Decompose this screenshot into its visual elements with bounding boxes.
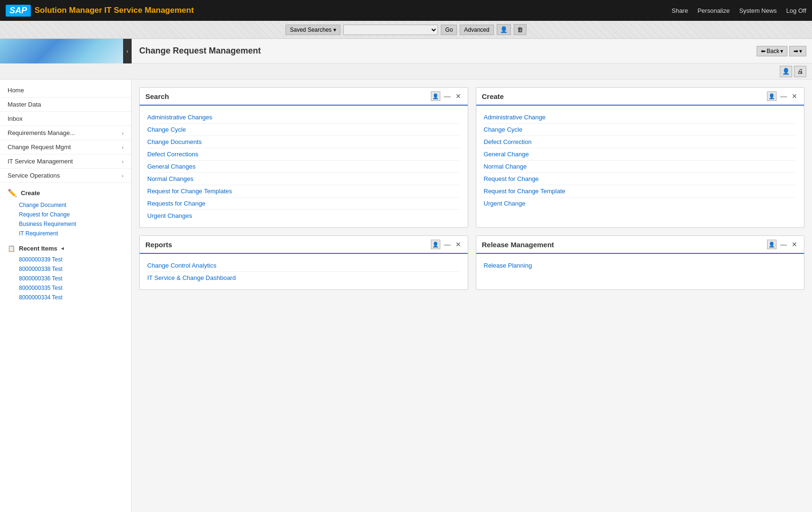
create-widget: Create 👤 — ✕ Administrative ChangeChange… <box>476 87 805 228</box>
sidebar-nav-item-1[interactable]: Master Data <box>0 98 131 112</box>
create-widget-body-link-3[interactable]: General Change <box>484 148 797 161</box>
content-area: Search 👤 — ✕ Administrative ChangesChang… <box>132 80 812 512</box>
nav-buttons: ⬅ Back ▾ ➡ ▾ <box>757 46 812 56</box>
search-widget-controls: 👤 — ✕ <box>431 91 462 101</box>
nav-arrow-icon: › <box>122 159 124 164</box>
trash-icon-button[interactable]: 🗑 <box>514 24 526 35</box>
reports-widget-body-link-1[interactable]: IT Service & Change Dashboard <box>147 272 460 284</box>
sidebar-nav-item-4[interactable]: Change Request Mgmt› <box>0 140 131 154</box>
release-widget-close[interactable]: ✕ <box>791 241 798 248</box>
search-widget-body: Administrative ChangesChange CycleChange… <box>140 106 468 227</box>
sidebar-nav-item-3[interactable]: Requirements Manage...› <box>0 126 131 140</box>
search-widget-body-link-4[interactable]: General Changes <box>147 161 460 173</box>
sidebar-nav-item-5[interactable]: IT Service Management› <box>0 154 131 169</box>
sidebar-nav-item-0[interactable]: Home <box>0 83 131 98</box>
search-widget-body-link-5[interactable]: Normal Changes <box>147 173 460 185</box>
sidebar-create-link-2[interactable]: Business Requirement <box>8 219 124 229</box>
create-widget-body-link-4[interactable]: Normal Change <box>484 161 797 173</box>
release-widget-header: Release Management 👤 — ✕ <box>476 236 804 254</box>
release-widget-body-link-0[interactable]: Release Planning <box>484 260 797 271</box>
sidebar-recent-link-0[interactable]: 8000000339 Test <box>8 255 124 264</box>
log-off-link[interactable]: Log Off <box>786 7 806 14</box>
forward-dropdown-icon: ▾ <box>799 48 802 54</box>
create-widget-body-link-1[interactable]: Change Cycle <box>484 124 797 136</box>
create-widget-body-link-7[interactable]: Urgent Change <box>484 198 797 209</box>
release-management-widget: Release Management 👤 — ✕ Release Plannin… <box>476 235 805 290</box>
sidebar-create-link-0[interactable]: Change Document <box>8 200 124 210</box>
print-icon-button[interactable]: 🖨 <box>794 66 806 77</box>
recent-toggle-button[interactable]: ◂ <box>61 245 64 252</box>
saved-searches-button[interactable]: Saved Searches ▾ <box>286 25 340 35</box>
page-title: Change Request Management <box>132 46 757 56</box>
reports-widget-body-link-0[interactable]: Change Control Analytics <box>147 260 460 272</box>
search-widget-minimize[interactable]: — <box>443 92 452 100</box>
search-widget-person-icon[interactable]: 👤 <box>431 91 440 101</box>
sidebar-recent-link-3[interactable]: 8000000335 Test <box>8 283 124 293</box>
search-widget-body-link-3[interactable]: Defect Corrections <box>147 148 460 161</box>
top-nav: Share Personalize System News Log Off <box>671 7 806 14</box>
create-widget-controls: 👤 — ✕ <box>767 91 798 101</box>
create-widget-header: Create 👤 — ✕ <box>476 88 804 106</box>
sidebar-create-section: ✏️ Create Change DocumentRequest for Cha… <box>0 183 131 241</box>
go-button[interactable]: Go <box>441 25 457 35</box>
sidebar-nav-item-2[interactable]: Inbox <box>0 112 131 126</box>
back-button[interactable]: ⬅ Back ▾ <box>757 46 787 56</box>
sidebar-create-link-3[interactable]: IT Requirement <box>8 229 124 238</box>
create-widget-minimize[interactable]: — <box>779 92 788 100</box>
back-arrow-icon: ⬅ <box>761 48 766 54</box>
advanced-button[interactable]: Advanced <box>460 25 493 35</box>
system-news-link[interactable]: System News <box>739 7 776 14</box>
reports-widget: Reports 👤 — ✕ Change Control AnalyticsIT… <box>139 235 468 290</box>
search-widget-body-link-7[interactable]: Requests for Change <box>147 198 460 210</box>
forward-button[interactable]: ➡ ▾ <box>789 46 806 56</box>
person-icon-button[interactable]: 👤 <box>497 24 511 35</box>
back-dropdown-icon: ▾ <box>780 48 783 54</box>
search-select[interactable] <box>343 25 438 35</box>
app-title: Solution Manager IT Service Management <box>35 6 671 15</box>
sidebar-create-links: Change DocumentRequest for ChangeBusines… <box>8 200 124 238</box>
nav-arrow-icon: › <box>122 173 124 179</box>
sidebar-recent-links: 8000000339 Test8000000338 Test8000000336… <box>8 255 124 302</box>
sidebar-nav-item-6[interactable]: Service Operations› <box>0 169 131 183</box>
search-widget-close[interactable]: ✕ <box>455 92 462 100</box>
sidebar-nav: HomeMaster DataInboxRequirements Manage.… <box>0 83 131 183</box>
create-widget-person-icon[interactable]: 👤 <box>767 91 776 101</box>
release-widget-controls: 👤 — ✕ <box>767 240 798 249</box>
personalize-link[interactable]: Personalize <box>697 7 730 14</box>
sidebar-create-header: ✏️ Create <box>8 189 124 198</box>
create-widget-body-link-2[interactable]: Defect Correction <box>484 136 797 148</box>
reports-widget-title: Reports <box>145 241 172 249</box>
sidebar-create-link-1[interactable]: Request for Change <box>8 210 124 219</box>
search-widget-body-link-0[interactable]: Administrative Changes <box>147 111 460 124</box>
user-settings-icon-button[interactable]: 👤 <box>780 66 792 77</box>
reports-widget-minimize[interactable]: — <box>443 241 452 248</box>
sidebar-recent-link-4[interactable]: 8000000334 Test <box>8 293 124 302</box>
create-widget-title: Create <box>482 92 504 100</box>
action-bar: 👤 🖨 <box>0 63 812 80</box>
create-widget-close[interactable]: ✕ <box>791 92 798 100</box>
collapse-sidebar-button[interactable]: ‹ <box>123 39 132 63</box>
reports-widget-header: Reports 👤 — ✕ <box>140 236 468 254</box>
search-widget-body-link-1[interactable]: Change Cycle <box>147 124 460 136</box>
create-widget-body-link-0[interactable]: Administrative Change <box>484 111 797 124</box>
search-widget-body-link-8[interactable]: Urgent Changes <box>147 210 460 222</box>
sidebar-recent-header: 📋 Recent Items ◂ <box>8 245 124 252</box>
top-header: SAP Solution Manager IT Service Manageme… <box>0 0 812 21</box>
reports-widget-close[interactable]: ✕ <box>455 241 462 248</box>
reports-widget-person-icon[interactable]: 👤 <box>431 240 440 249</box>
nav-arrow-icon: › <box>122 144 124 150</box>
create-widget-body-link-6[interactable]: Request for Change Template <box>484 185 797 198</box>
release-widget-body: Release Planning <box>476 254 804 277</box>
banner-image <box>0 39 123 63</box>
search-widget-header: Search 👤 — ✕ <box>140 88 468 106</box>
sidebar-recent-link-1[interactable]: 8000000338 Test <box>8 264 124 274</box>
search-widget-body-link-2[interactable]: Change Documents <box>147 136 460 148</box>
sidebar: HomeMaster DataInboxRequirements Manage.… <box>0 80 132 512</box>
search-widget-body-link-6[interactable]: Request for Change Templates <box>147 185 460 198</box>
release-widget-minimize[interactable]: — <box>779 241 788 248</box>
sidebar-recent-link-2[interactable]: 8000000336 Test <box>8 274 124 283</box>
create-widget-body-link-5[interactable]: Request for Change <box>484 173 797 185</box>
release-widget-person-icon[interactable]: 👤 <box>767 240 776 249</box>
share-link[interactable]: Share <box>671 7 688 14</box>
main-layout: HomeMaster DataInboxRequirements Manage.… <box>0 80 812 512</box>
